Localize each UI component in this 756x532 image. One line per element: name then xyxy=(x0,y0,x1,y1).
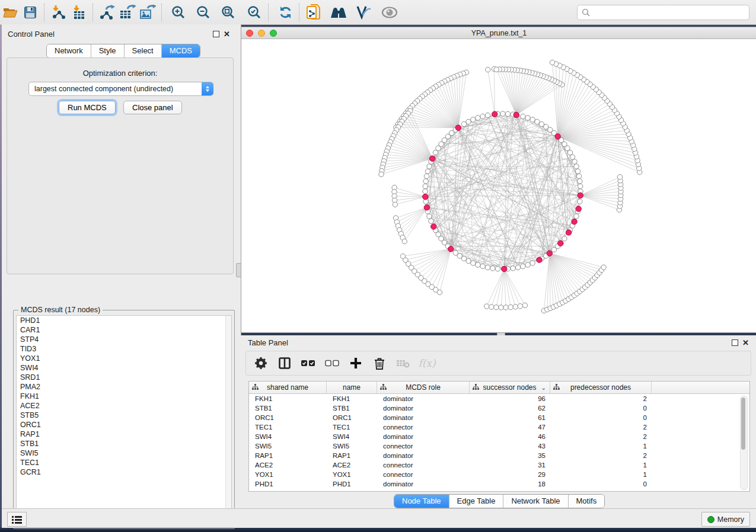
mcds-node[interactable] xyxy=(578,193,583,198)
network-node[interactable] xyxy=(476,116,480,120)
satellite-node[interactable] xyxy=(513,305,518,309)
zoom-selected-icon[interactable] xyxy=(244,3,264,22)
mcds-node[interactable] xyxy=(572,219,577,224)
float-panel-icon[interactable] xyxy=(732,339,738,346)
table-cell[interactable]: 2 xyxy=(550,451,652,460)
table-row[interactable]: YOX1YOX1connector291 xyxy=(249,470,749,479)
satellite-node[interactable] xyxy=(601,265,606,270)
network-node[interactable] xyxy=(466,258,471,263)
mcds-node[interactable] xyxy=(423,194,428,199)
optimization-criterion-select[interactable]: largest connected component (undirected) xyxy=(28,82,213,96)
network-node[interactable] xyxy=(530,117,535,122)
table-row[interactable]: ORC1ORC1dominator610 xyxy=(249,413,749,422)
table-cell[interactable]: 46 xyxy=(470,432,550,441)
table-cell[interactable]: RAP1 xyxy=(249,451,327,460)
mcds-result-item[interactable]: ACE2 xyxy=(17,401,231,411)
network-node[interactable] xyxy=(505,111,510,116)
table-row[interactable]: PHD1PHD1dominator180 xyxy=(249,479,749,489)
network-node[interactable] xyxy=(578,179,582,184)
mcds-result-item[interactable]: STP4 xyxy=(17,335,231,344)
network-node[interactable] xyxy=(461,121,466,126)
delete-table-icon[interactable] xyxy=(395,355,411,371)
table-cell[interactable]: SWI5 xyxy=(327,441,377,451)
network-node[interactable] xyxy=(570,155,575,159)
table-cell[interactable]: STB1 xyxy=(249,403,327,413)
table-cell[interactable]: 35 xyxy=(470,451,550,460)
mcds-node[interactable] xyxy=(558,241,563,246)
network-node[interactable] xyxy=(572,159,577,164)
open-folder-icon[interactable] xyxy=(0,3,20,22)
select-all-icon[interactable] xyxy=(301,355,316,371)
tab-motifs[interactable]: Motifs xyxy=(568,495,605,508)
close-panel-button[interactable]: Close panel xyxy=(123,101,182,114)
column-header-name[interactable]: name xyxy=(327,382,377,393)
network-node[interactable] xyxy=(466,119,471,124)
table-scrollbar[interactable] xyxy=(740,396,748,490)
sort-indicator-icon[interactable]: ⌄ xyxy=(541,384,546,391)
network-node[interactable] xyxy=(476,262,480,267)
export-table-icon[interactable] xyxy=(117,3,138,22)
table-cell[interactable]: ACE2 xyxy=(249,460,327,470)
table-cell[interactable]: connector xyxy=(377,441,470,451)
mcds-node[interactable] xyxy=(448,246,454,252)
network-node[interactable] xyxy=(500,111,505,116)
column-header-MCDS-role[interactable]: MCDS role xyxy=(377,382,470,393)
network-node[interactable] xyxy=(574,164,579,169)
network-node[interactable] xyxy=(490,266,495,271)
mcds-result-item[interactable]: SWI5 xyxy=(17,448,231,458)
table-cell[interactable]: SWI4 xyxy=(327,432,377,441)
network-node[interactable] xyxy=(535,119,540,124)
mcds-node[interactable] xyxy=(431,224,436,229)
network-node[interactable] xyxy=(567,150,572,155)
network-node[interactable] xyxy=(495,267,500,271)
table-cell[interactable]: SWI5 xyxy=(249,441,327,451)
table-cell[interactable]: STB1 xyxy=(327,403,377,413)
network-from-selection-icon[interactable] xyxy=(304,3,324,22)
zoom-in-icon[interactable] xyxy=(168,3,189,22)
v-pen-icon[interactable] xyxy=(353,3,374,22)
float-panel-icon[interactable] xyxy=(213,31,219,37)
gear-icon[interactable] xyxy=(253,355,269,371)
satellite-node[interactable] xyxy=(486,67,490,72)
network-node[interactable] xyxy=(530,261,535,265)
satellite-node[interactable] xyxy=(437,290,442,294)
table-cell[interactable]: 43 xyxy=(470,441,550,451)
mcds-result-item[interactable]: TID3 xyxy=(17,344,231,354)
mcds-result-item[interactable]: STB1 xyxy=(17,439,231,448)
table-row[interactable]: SWI5SWI5connector431 xyxy=(249,441,749,451)
column-header-predecessor-nodes[interactable]: predecessor nodes xyxy=(550,382,652,393)
network-node[interactable] xyxy=(578,184,583,188)
tab-edge-table[interactable]: Edge Table xyxy=(449,495,503,508)
zoom-out-icon[interactable] xyxy=(193,3,213,22)
mcds-node[interactable] xyxy=(424,205,429,210)
table-cell[interactable]: YOX1 xyxy=(327,470,377,479)
table-cell[interactable]: ACE2 xyxy=(327,460,377,470)
tab-node-table[interactable]: Node Table xyxy=(394,495,449,508)
satellite-node[interactable] xyxy=(550,60,554,65)
mcds-result-item[interactable]: CAR1 xyxy=(17,325,231,335)
table-cell[interactable]: connector xyxy=(377,460,470,470)
memory-button[interactable]: Memory xyxy=(701,512,750,527)
table-cell[interactable]: 29 xyxy=(470,470,550,479)
network-node[interactable] xyxy=(511,266,515,271)
table-cell[interactable]: 1 xyxy=(550,460,652,470)
add-row-icon[interactable] xyxy=(348,355,363,371)
close-panel-icon[interactable]: ✕ xyxy=(742,340,749,345)
column-header-successor-nodes[interactable]: successor nodes⌄ xyxy=(470,382,550,393)
mcds-result-item[interactable]: RAP1 xyxy=(17,430,231,439)
network-node[interactable] xyxy=(425,169,430,174)
mcds-node[interactable] xyxy=(537,257,542,262)
table-cell[interactable]: PHD1 xyxy=(249,479,327,489)
table-cell[interactable]: connector xyxy=(377,470,470,479)
network-node[interactable] xyxy=(515,265,520,270)
column-header-shared-name[interactable]: shared name xyxy=(249,382,327,393)
tab-network-table[interactable]: Network Table xyxy=(503,495,567,508)
network-node[interactable] xyxy=(453,251,458,255)
network-node[interactable] xyxy=(562,236,567,241)
satellite-node[interactable] xyxy=(518,304,522,309)
satellite-node[interactable] xyxy=(494,67,499,72)
search-input[interactable] xyxy=(590,8,749,17)
network-node[interactable] xyxy=(525,262,530,267)
table-cell[interactable]: 62 xyxy=(470,403,550,413)
table-cell[interactable]: dominator xyxy=(377,451,470,460)
